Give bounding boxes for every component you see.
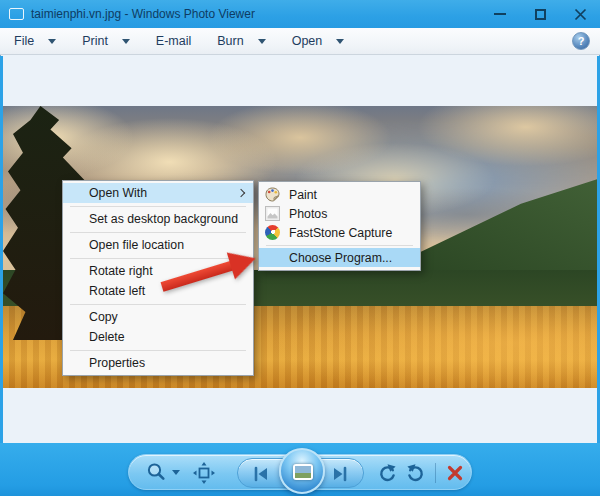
- submenu-item-choose-program[interactable]: Choose Program...: [259, 248, 420, 267]
- close-button[interactable]: [560, 0, 600, 28]
- delete-button[interactable]: [444, 462, 466, 484]
- window-controls: [480, 0, 600, 28]
- context-item-copy[interactable]: Copy: [63, 307, 253, 327]
- caret-down-icon: [122, 39, 130, 44]
- menu-burn[interactable]: Burn: [217, 34, 265, 48]
- submenu-item-label: Paint: [289, 188, 317, 202]
- open-with-submenu: Paint Photos FastStone Capture Choose Pr…: [258, 181, 421, 271]
- magnifier-icon: [145, 461, 167, 483]
- submenu-item-label: Photos: [289, 207, 327, 221]
- rotate-counterclockwise-button[interactable]: [376, 462, 398, 484]
- rotate-clockwise-icon: [405, 462, 427, 484]
- submenu-item-faststone-capture[interactable]: FastStone Capture: [259, 223, 420, 242]
- previous-icon: [250, 463, 272, 485]
- caret-down-icon: [48, 39, 56, 44]
- caret-down-icon: [336, 39, 344, 44]
- context-item-properties[interactable]: Properties: [63, 353, 253, 373]
- menu-file-label: File: [14, 34, 34, 48]
- maximize-icon: [535, 9, 546, 20]
- photo-viewer-window: taimienphi.vn.jpg - Windows Photo Viewer…: [0, 0, 600, 496]
- menu-burn-label: Burn: [217, 34, 243, 48]
- menu-separator: [70, 206, 246, 207]
- next-icon: [329, 463, 351, 485]
- slideshow-thumbnail: [295, 466, 311, 478]
- zoom-button[interactable]: [145, 461, 180, 483]
- context-item-open-file-location[interactable]: Open file location: [63, 235, 253, 255]
- toolbar-separator: [435, 463, 436, 483]
- actual-size-button[interactable]: [193, 462, 215, 484]
- menu-separator: [70, 304, 246, 305]
- titlebar: taimienphi.vn.jpg - Windows Photo Viewer: [0, 0, 600, 28]
- faststone-icon: [265, 225, 280, 240]
- menu-email-label: E-mail: [156, 34, 191, 48]
- submenu-item-paint[interactable]: Paint: [259, 185, 420, 204]
- menu-file[interactable]: File: [14, 34, 56, 48]
- paint-icon: [265, 187, 280, 202]
- menu-email[interactable]: E-mail: [156, 34, 191, 48]
- slideshow-icon: [293, 464, 313, 480]
- caret-down-icon: [258, 39, 266, 44]
- submenu-item-photos[interactable]: Photos: [259, 204, 420, 223]
- context-item-label: Properties: [89, 356, 145, 370]
- play-slideshow-button[interactable]: [279, 448, 325, 494]
- menu-open-label: Open: [292, 34, 323, 48]
- context-item-set-desktop-background[interactable]: Set as desktop background: [63, 209, 253, 229]
- app-icon: [9, 8, 24, 20]
- context-item-rotate-left[interactable]: Rotate left: [63, 281, 253, 301]
- context-item-label: Open With: [89, 186, 147, 200]
- next-button[interactable]: [329, 463, 351, 485]
- menu-separator: [266, 245, 413, 246]
- blank-icon-gutter: [265, 250, 280, 265]
- context-item-open-with[interactable]: Open With: [63, 183, 253, 203]
- menu-bar: File Print E-mail Burn Open ?: [0, 28, 600, 55]
- delete-x-icon: [444, 462, 466, 484]
- help-button[interactable]: ?: [572, 32, 590, 50]
- submenu-item-label: FastStone Capture: [289, 226, 392, 240]
- window-title: taimienphi.vn.jpg - Windows Photo Viewer: [31, 7, 255, 21]
- bottom-bar: [0, 443, 600, 496]
- context-item-label: Set as desktop background: [89, 212, 238, 226]
- menu-separator: [70, 258, 246, 259]
- context-item-label: Rotate left: [89, 284, 145, 298]
- rotate-counterclockwise-icon: [376, 462, 398, 484]
- context-item-label: Rotate right: [89, 264, 153, 278]
- rotate-clockwise-button[interactable]: [405, 462, 427, 484]
- context-item-label: Delete: [89, 330, 125, 344]
- photos-icon: [265, 206, 280, 221]
- menu-open[interactable]: Open: [292, 34, 345, 48]
- previous-button[interactable]: [250, 463, 272, 485]
- menu-separator: [70, 350, 246, 351]
- context-menu: Open With Set as desktop background Open…: [62, 180, 254, 376]
- submenu-arrow-icon: [237, 189, 245, 197]
- submenu-item-label: Choose Program...: [289, 251, 392, 265]
- caret-down-icon: [172, 470, 180, 475]
- minimize-button[interactable]: [480, 0, 520, 28]
- help-icon: ?: [578, 35, 585, 47]
- menu-print[interactable]: Print: [82, 34, 130, 48]
- menu-separator: [70, 232, 246, 233]
- context-item-label: Open file location: [89, 238, 184, 252]
- context-item-delete[interactable]: Delete: [63, 327, 253, 347]
- actual-size-icon: [193, 462, 215, 484]
- minimize-icon: [494, 13, 506, 15]
- menu-print-label: Print: [82, 34, 108, 48]
- maximize-button[interactable]: [520, 0, 560, 28]
- close-icon: [574, 8, 587, 21]
- context-item-label: Copy: [89, 310, 118, 324]
- toolbar: [128, 454, 472, 490]
